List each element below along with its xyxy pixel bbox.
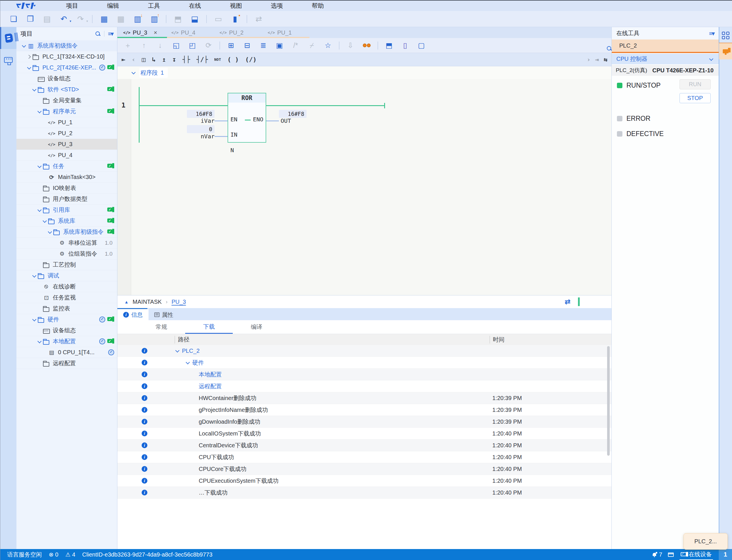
toolbar-icon[interactable]: ▦	[115, 14, 127, 24]
tree-item[interactable]: 任务监视	[16, 292, 117, 303]
tree-item[interactable]: PU_4	[16, 150, 117, 161]
toolbar-icon[interactable]: ↶ ▾	[58, 14, 69, 24]
editor-toolbar-icon[interactable]: ≣	[257, 40, 269, 51]
editor-toolbar-icon[interactable]: /*	[290, 40, 301, 51]
editor-toolbar-icon[interactable]: ⟳	[203, 40, 214, 51]
menu-item[interactable]: 项目	[52, 2, 93, 10]
instruction-icon[interactable]: ⇥	[595, 56, 599, 63]
chevron-icon[interactable]	[37, 339, 42, 344]
toolbar-icon[interactable]	[246, 15, 247, 23]
chevron-icon[interactable]	[47, 229, 53, 235]
log-sub-tab[interactable]: 编译	[233, 320, 280, 334]
run-button[interactable]: RUN	[680, 79, 711, 89]
editor-tab[interactable]: </> PU_3 ✕	[117, 27, 165, 38]
tree-item[interactable]: 系统库初级指令	[16, 40, 117, 51]
editor-toolbar-icon[interactable]: ▯	[400, 40, 411, 51]
tree-item[interactable]: PU_3	[16, 139, 117, 150]
instruction-icon[interactable]: ( )	[227, 56, 239, 63]
chevron-icon[interactable]	[31, 87, 37, 93]
tree-item[interactable]: 调试	[16, 270, 117, 281]
tree-item[interactable]: 系统库	[16, 216, 117, 227]
editor-toolbar-icon[interactable]: ⌿	[306, 40, 317, 51]
toolbar-icon[interactable]	[166, 15, 166, 23]
in-value-badge[interactable]: 16#F8	[187, 110, 214, 118]
toolbar-icon[interactable]: ⬒	[172, 14, 184, 24]
chevron-icon[interactable]	[37, 163, 42, 169]
out-pin-label[interactable]: OUT	[281, 117, 291, 124]
log-row[interactable]: i CentralDevice下载成功 1:20:40 PM	[117, 440, 611, 451]
in-var-label[interactable]: iVar	[183, 117, 214, 124]
editor-toolbar-icon[interactable]	[339, 42, 339, 50]
tree-item[interactable]: 工艺控制	[16, 259, 117, 270]
project-view-icon[interactable]	[0, 27, 16, 49]
plc2-tab[interactable]: PLC_2	[612, 39, 719, 53]
toolbar-icon[interactable]: ▤	[41, 14, 53, 24]
window-layout-icon[interactable]	[722, 32, 729, 39]
editor-tab[interactable]: </> PU_1	[262, 27, 310, 38]
info-tab[interactable]: 属性	[148, 309, 179, 320]
panel-toggle-icon[interactable]	[668, 553, 674, 557]
log-row[interactable]: i CPUCore下载成功 1:20:40 PM	[117, 463, 611, 475]
chevron-icon[interactable]	[26, 65, 32, 71]
instruction-icon[interactable]: ⇆	[604, 56, 607, 63]
log-row[interactable]: i 远程配置	[117, 380, 611, 392]
editor-tab[interactable]: </> PU_4	[165, 27, 214, 38]
tree-item[interactable]: PLC_1[T324-XE-CD-10]	[16, 51, 117, 62]
network-label-box[interactable]: 程序段 1	[139, 68, 168, 78]
editor-toolbar-icon[interactable]: ⇩	[345, 40, 356, 51]
sort-filter-icon[interactable]: ≡▾	[709, 30, 714, 37]
scrollbar-thumb[interactable]	[607, 346, 610, 456]
editor-toolbar-icon[interactable]: ◱	[170, 40, 182, 51]
toolbar-icon[interactable]	[206, 15, 207, 23]
sort-filter-icon[interactable]: ≡▾	[108, 30, 113, 37]
log-row[interactable]: i LocalIOSystem下载成功 1:20:40 PM	[117, 428, 611, 440]
instruction-icon[interactable]: ↳	[152, 56, 156, 63]
chevron-icon[interactable]	[21, 43, 27, 49]
tree-item[interactable]: 引用库	[16, 205, 117, 216]
network-collapse-icon[interactable]	[131, 70, 136, 76]
instruction-icon[interactable]: ⇤	[121, 56, 125, 63]
editor-toolbar-icon[interactable]: ▣	[274, 40, 285, 51]
log-row[interactable]: i HWContainer删除成功 1:20:39 PM	[117, 392, 611, 404]
menu-item[interactable]: 在线	[174, 2, 215, 10]
log-row[interactable]: i PLC_2	[117, 345, 611, 357]
editor-toolbar-icon[interactable]: ⬒	[383, 40, 395, 51]
online-tools-tab-icon[interactable]	[719, 43, 732, 59]
toolbar-icon[interactable]: ▥ ↑	[148, 14, 160, 24]
editor-toolbar-icon[interactable]: ◰	[187, 40, 198, 51]
tree-item[interactable]: 程序单元	[16, 106, 117, 117]
collapse-panel-icon[interactable]: ▲	[124, 299, 129, 304]
log-row[interactable]: i …下载成功 1:20:40 PM	[117, 487, 611, 499]
tree-item[interactable]: 全局变量集	[16, 95, 117, 106]
breadcrumb-task[interactable]: MAINTASK	[133, 299, 162, 305]
tree-item[interactable]: 串移位运算 1.0	[16, 237, 117, 248]
n-value-badge[interactable]: 0	[187, 125, 214, 133]
editor-toolbar-icon[interactable]: ☆	[322, 40, 334, 51]
instruction-icon[interactable]: ‹	[131, 56, 135, 63]
log-row[interactable]: i 硬件	[117, 357, 611, 369]
editor-toolbar-icon[interactable]	[378, 42, 378, 50]
close-icon[interactable]: ✕	[153, 30, 157, 35]
tree-item[interactable]: 设备组态	[16, 73, 117, 84]
editor-toolbar-icon[interactable]: ▢	[416, 40, 427, 51]
log-row[interactable]: i 本地配置	[117, 369, 611, 380]
toolbar-icon[interactable]: ↷ ▾	[75, 14, 86, 24]
log-row[interactable]: i gProjectInfoName删除成功 1:20:39 PM	[117, 404, 611, 416]
tree-item[interactable]: 系统库初级指令	[16, 227, 117, 237]
instruction-icon[interactable]: ┤/├	[196, 56, 208, 63]
instruction-icon[interactable]: ›	[587, 56, 590, 63]
instruction-icon[interactable]: ┤├	[182, 56, 190, 63]
chevron-icon[interactable]	[42, 218, 48, 224]
tree-item[interactable]: MainTask<30>	[16, 172, 117, 183]
tree-item[interactable]: 软件 <STD>	[16, 84, 117, 95]
log-row[interactable]: i CPUExecutionSystem下载成功 1:20:40 PM	[117, 475, 611, 487]
tree-item[interactable]: 位组装指令 1.0	[16, 248, 117, 259]
editor-tab[interactable]: </> PU_2	[214, 27, 262, 38]
warning-count[interactable]: ⚠ 4	[65, 551, 75, 558]
tree-item[interactable]: PLC_2[T426E-XEP...	[16, 62, 117, 73]
toolbar-icon[interactable]: ⬓	[189, 14, 200, 24]
editor-toolbar-icon[interactable]: ⊞	[225, 40, 237, 51]
menu-item[interactable]: 工具	[133, 2, 174, 10]
chevron-icon[interactable]	[31, 317, 37, 323]
instruction-icon[interactable]: ↥	[162, 56, 166, 63]
